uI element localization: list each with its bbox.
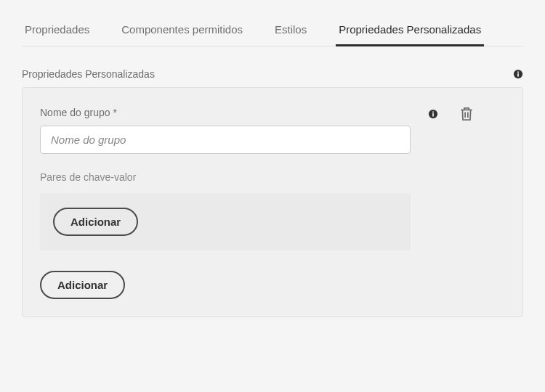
group-name-input[interactable] xyxy=(40,126,411,154)
tab-properties[interactable]: Propriedades xyxy=(22,15,92,46)
group-name-label: Nome do grupo * xyxy=(40,107,411,118)
info-icon[interactable] xyxy=(513,69,523,79)
add-group-button[interactable]: Adicionar xyxy=(40,271,125,299)
trash-icon[interactable] xyxy=(460,107,473,121)
tab-bar: Propriedades Componentes permitidos Esti… xyxy=(22,15,523,46)
custom-properties-panel: Nome do grupo * Pares de chave-valor Adi… xyxy=(22,87,523,317)
tab-styles[interactable]: Estilos xyxy=(272,15,310,46)
svg-rect-1 xyxy=(517,73,519,76)
section-title: Propriedades Personalizadas xyxy=(22,68,155,80)
key-value-pairs-label: Pares de chave-valor xyxy=(40,171,505,183)
tab-custom-properties[interactable]: Propriedades Personalizadas xyxy=(336,15,484,46)
svg-rect-5 xyxy=(432,112,434,113)
svg-rect-2 xyxy=(517,72,519,73)
add-kv-button[interactable]: Adicionar xyxy=(53,208,138,236)
tab-allowed-components[interactable]: Componentes permitidos xyxy=(118,15,246,46)
svg-rect-4 xyxy=(432,113,434,116)
section-header: Propriedades Personalizadas xyxy=(22,68,523,80)
info-icon[interactable] xyxy=(428,109,438,119)
key-value-pairs-panel: Adicionar xyxy=(40,193,411,250)
group-name-row: Nome do grupo * xyxy=(40,107,505,154)
